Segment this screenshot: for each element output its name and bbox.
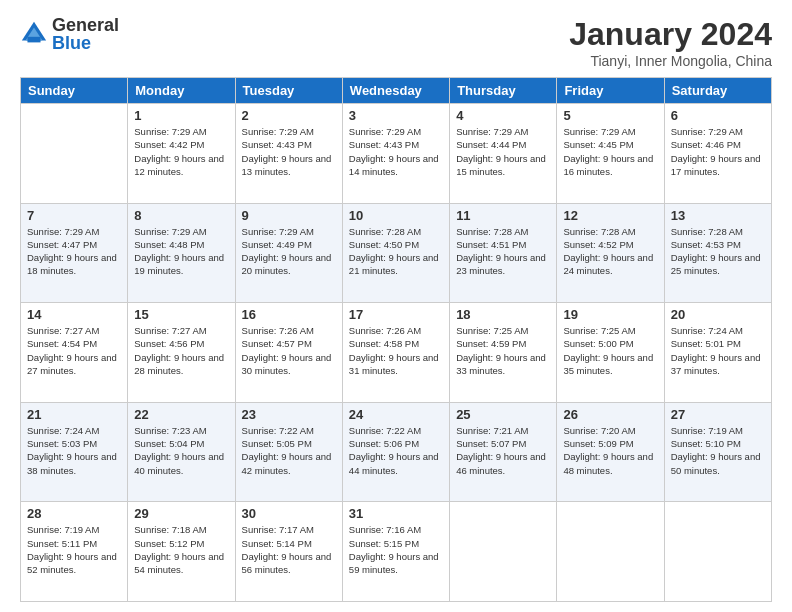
day-number: 21 <box>27 407 121 422</box>
header: General Blue January 2024 Tianyi, Inner … <box>20 16 772 69</box>
day-cell: 28Sunrise: 7:19 AMSunset: 5:11 PMDayligh… <box>21 502 128 602</box>
day-number: 13 <box>671 208 765 223</box>
day-cell: 20Sunrise: 7:24 AMSunset: 5:01 PMDayligh… <box>664 303 771 403</box>
day-cell: 7Sunrise: 7:29 AMSunset: 4:47 PMDaylight… <box>21 203 128 303</box>
day-info: Sunrise: 7:24 AMSunset: 5:01 PMDaylight:… <box>671 324 765 377</box>
day-number: 6 <box>671 108 765 123</box>
header-cell-sunday: Sunday <box>21 78 128 104</box>
logo-icon <box>20 20 48 48</box>
week-row-3: 14Sunrise: 7:27 AMSunset: 4:54 PMDayligh… <box>21 303 772 403</box>
day-info: Sunrise: 7:29 AMSunset: 4:44 PMDaylight:… <box>456 125 550 178</box>
day-cell: 30Sunrise: 7:17 AMSunset: 5:14 PMDayligh… <box>235 502 342 602</box>
day-info: Sunrise: 7:26 AMSunset: 4:57 PMDaylight:… <box>242 324 336 377</box>
day-number: 26 <box>563 407 657 422</box>
day-cell: 10Sunrise: 7:28 AMSunset: 4:50 PMDayligh… <box>342 203 449 303</box>
day-cell: 15Sunrise: 7:27 AMSunset: 4:56 PMDayligh… <box>128 303 235 403</box>
day-number: 5 <box>563 108 657 123</box>
day-cell: 2Sunrise: 7:29 AMSunset: 4:43 PMDaylight… <box>235 104 342 204</box>
week-row-4: 21Sunrise: 7:24 AMSunset: 5:03 PMDayligh… <box>21 402 772 502</box>
day-cell: 27Sunrise: 7:19 AMSunset: 5:10 PMDayligh… <box>664 402 771 502</box>
day-cell: 18Sunrise: 7:25 AMSunset: 4:59 PMDayligh… <box>450 303 557 403</box>
day-info: Sunrise: 7:18 AMSunset: 5:12 PMDaylight:… <box>134 523 228 576</box>
day-number: 15 <box>134 307 228 322</box>
week-row-2: 7Sunrise: 7:29 AMSunset: 4:47 PMDaylight… <box>21 203 772 303</box>
day-cell: 29Sunrise: 7:18 AMSunset: 5:12 PMDayligh… <box>128 502 235 602</box>
day-cell: 16Sunrise: 7:26 AMSunset: 4:57 PMDayligh… <box>235 303 342 403</box>
header-row: SundayMondayTuesdayWednesdayThursdayFrid… <box>21 78 772 104</box>
logo-text: General Blue <box>52 16 119 52</box>
day-number: 29 <box>134 506 228 521</box>
day-info: Sunrise: 7:17 AMSunset: 5:14 PMDaylight:… <box>242 523 336 576</box>
day-number: 4 <box>456 108 550 123</box>
day-cell <box>664 502 771 602</box>
day-info: Sunrise: 7:22 AMSunset: 5:05 PMDaylight:… <box>242 424 336 477</box>
day-number: 27 <box>671 407 765 422</box>
day-info: Sunrise: 7:19 AMSunset: 5:11 PMDaylight:… <box>27 523 121 576</box>
day-cell: 24Sunrise: 7:22 AMSunset: 5:06 PMDayligh… <box>342 402 449 502</box>
day-info: Sunrise: 7:28 AMSunset: 4:50 PMDaylight:… <box>349 225 443 278</box>
day-info: Sunrise: 7:29 AMSunset: 4:46 PMDaylight:… <box>671 125 765 178</box>
day-info: Sunrise: 7:25 AMSunset: 5:00 PMDaylight:… <box>563 324 657 377</box>
day-number: 16 <box>242 307 336 322</box>
day-number: 25 <box>456 407 550 422</box>
day-info: Sunrise: 7:28 AMSunset: 4:53 PMDaylight:… <box>671 225 765 278</box>
day-info: Sunrise: 7:19 AMSunset: 5:10 PMDaylight:… <box>671 424 765 477</box>
day-number: 22 <box>134 407 228 422</box>
day-info: Sunrise: 7:29 AMSunset: 4:48 PMDaylight:… <box>134 225 228 278</box>
day-info: Sunrise: 7:29 AMSunset: 4:45 PMDaylight:… <box>563 125 657 178</box>
day-number: 12 <box>563 208 657 223</box>
day-number: 1 <box>134 108 228 123</box>
day-cell: 25Sunrise: 7:21 AMSunset: 5:07 PMDayligh… <box>450 402 557 502</box>
day-info: Sunrise: 7:26 AMSunset: 4:58 PMDaylight:… <box>349 324 443 377</box>
svg-rect-2 <box>27 37 40 43</box>
day-info: Sunrise: 7:16 AMSunset: 5:15 PMDaylight:… <box>349 523 443 576</box>
day-cell: 11Sunrise: 7:28 AMSunset: 4:51 PMDayligh… <box>450 203 557 303</box>
day-cell: 23Sunrise: 7:22 AMSunset: 5:05 PMDayligh… <box>235 402 342 502</box>
day-cell: 17Sunrise: 7:26 AMSunset: 4:58 PMDayligh… <box>342 303 449 403</box>
day-cell: 5Sunrise: 7:29 AMSunset: 4:45 PMDaylight… <box>557 104 664 204</box>
day-cell: 22Sunrise: 7:23 AMSunset: 5:04 PMDayligh… <box>128 402 235 502</box>
day-cell <box>450 502 557 602</box>
day-cell: 14Sunrise: 7:27 AMSunset: 4:54 PMDayligh… <box>21 303 128 403</box>
header-cell-monday: Monday <box>128 78 235 104</box>
day-number: 30 <box>242 506 336 521</box>
day-info: Sunrise: 7:29 AMSunset: 4:43 PMDaylight:… <box>349 125 443 178</box>
location: Tianyi, Inner Mongolia, China <box>569 53 772 69</box>
title-section: January 2024 Tianyi, Inner Mongolia, Chi… <box>569 16 772 69</box>
day-number: 2 <box>242 108 336 123</box>
day-number: 24 <box>349 407 443 422</box>
day-info: Sunrise: 7:21 AMSunset: 5:07 PMDaylight:… <box>456 424 550 477</box>
day-cell <box>21 104 128 204</box>
day-cell: 4Sunrise: 7:29 AMSunset: 4:44 PMDaylight… <box>450 104 557 204</box>
logo: General Blue <box>20 16 119 52</box>
day-info: Sunrise: 7:28 AMSunset: 4:52 PMDaylight:… <box>563 225 657 278</box>
day-cell: 1Sunrise: 7:29 AMSunset: 4:42 PMDaylight… <box>128 104 235 204</box>
day-cell: 13Sunrise: 7:28 AMSunset: 4:53 PMDayligh… <box>664 203 771 303</box>
day-number: 8 <box>134 208 228 223</box>
day-info: Sunrise: 7:27 AMSunset: 4:56 PMDaylight:… <box>134 324 228 377</box>
week-row-1: 1Sunrise: 7:29 AMSunset: 4:42 PMDaylight… <box>21 104 772 204</box>
day-cell: 9Sunrise: 7:29 AMSunset: 4:49 PMDaylight… <box>235 203 342 303</box>
day-cell <box>557 502 664 602</box>
day-number: 23 <box>242 407 336 422</box>
logo-general-text: General <box>52 16 119 34</box>
day-info: Sunrise: 7:28 AMSunset: 4:51 PMDaylight:… <box>456 225 550 278</box>
day-number: 19 <box>563 307 657 322</box>
day-number: 3 <box>349 108 443 123</box>
header-cell-saturday: Saturday <box>664 78 771 104</box>
header-cell-friday: Friday <box>557 78 664 104</box>
day-number: 28 <box>27 506 121 521</box>
day-info: Sunrise: 7:25 AMSunset: 4:59 PMDaylight:… <box>456 324 550 377</box>
day-number: 11 <box>456 208 550 223</box>
day-info: Sunrise: 7:29 AMSunset: 4:49 PMDaylight:… <box>242 225 336 278</box>
day-cell: 31Sunrise: 7:16 AMSunset: 5:15 PMDayligh… <box>342 502 449 602</box>
day-info: Sunrise: 7:29 AMSunset: 4:42 PMDaylight:… <box>134 125 228 178</box>
header-cell-thursday: Thursday <box>450 78 557 104</box>
day-cell: 12Sunrise: 7:28 AMSunset: 4:52 PMDayligh… <box>557 203 664 303</box>
day-number: 10 <box>349 208 443 223</box>
day-number: 18 <box>456 307 550 322</box>
day-number: 20 <box>671 307 765 322</box>
day-number: 14 <box>27 307 121 322</box>
day-cell: 8Sunrise: 7:29 AMSunset: 4:48 PMDaylight… <box>128 203 235 303</box>
day-number: 31 <box>349 506 443 521</box>
